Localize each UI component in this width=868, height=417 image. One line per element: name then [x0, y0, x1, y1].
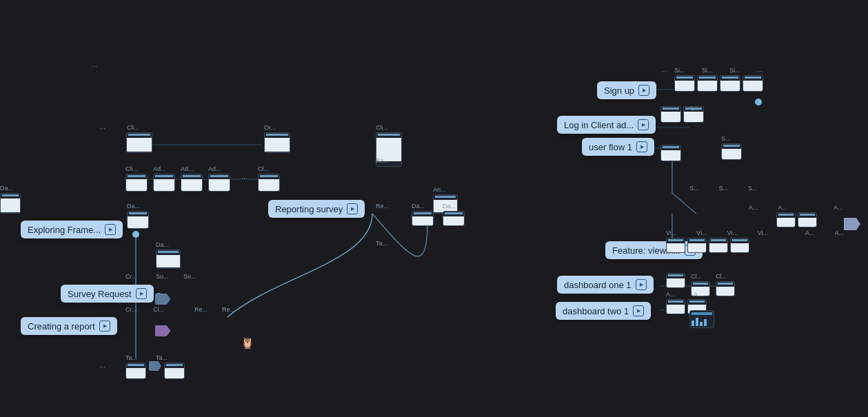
a-thumb-2[interactable] [798, 212, 817, 227]
s-row-1: S... [689, 185, 699, 192]
dashboard-one-play-icon [636, 279, 647, 290]
a-dash-1: A... [666, 291, 676, 298]
ad-3-thumb[interactable] [208, 174, 230, 192]
da-2-label: Da... [412, 203, 425, 210]
ad-2-label: Ad... [181, 165, 194, 172]
si-2-label: Si... [702, 67, 713, 74]
a-far-2: A... [835, 230, 845, 236]
si-4-thumb[interactable] [743, 75, 763, 92]
dashboard-one-text: dashboard one 1 [564, 280, 632, 290]
user-flow-label[interactable]: user flow 1 [582, 138, 654, 156]
da-4-thumb[interactable] [156, 250, 181, 269]
cr-1-label: Cr... [125, 273, 137, 280]
exploring-frame-text: Exploring Frame... [28, 225, 101, 235]
ad-1-thumb[interactable] [153, 174, 175, 192]
re-1-label: Re... [376, 157, 389, 164]
main-canvas: Sign up Log in Client ad... user flow 1 … [0, 0, 868, 417]
reporting-survey-text: Reporting survey [275, 204, 343, 214]
ellipsis-mid: ··· [241, 174, 248, 182]
login-thumb-1[interactable] [660, 106, 681, 123]
vi-thumb-2[interactable] [687, 238, 707, 253]
cl-5-thumb[interactable] [716, 281, 735, 296]
s-row-2: S... [719, 185, 729, 192]
vi-thumb-4[interactable] [730, 238, 749, 253]
cli-3-label: Cli... [125, 165, 138, 172]
or-1-label: Or... [264, 124, 276, 131]
da-top-label: Da... [0, 185, 13, 192]
cl-4-label: Cl... [691, 273, 702, 280]
cli-3-thumb[interactable] [125, 174, 148, 192]
reporting-survey-play-icon [347, 203, 358, 214]
su-2-label: Su... [183, 273, 196, 280]
da-top-thumb[interactable] [0, 193, 21, 214]
log-in-client-text: Log in Client ad... [564, 120, 634, 130]
ad-1-label: Ad... [153, 165, 166, 172]
vi-thumb-1[interactable] [666, 238, 685, 253]
a-dash-thumb-1[interactable] [666, 299, 685, 314]
a-far-1: A... [805, 230, 815, 236]
cl-5-label: Cl... [716, 273, 727, 280]
vi-thumb-3[interactable] [709, 238, 728, 253]
dashboard-two-text: dashboard two 1 [563, 306, 629, 316]
ellipsis-left: ··· [99, 124, 105, 132]
ad-2-thumb[interactable] [181, 174, 203, 192]
right-arrow-end [844, 218, 860, 230]
a-2-label: A... [778, 204, 788, 211]
survey-request-label[interactable]: Survey Request [61, 285, 154, 303]
vi-3-label: Vi... [727, 230, 738, 236]
s-1-thumb[interactable] [721, 143, 742, 160]
re-3-label: Re... [194, 306, 208, 313]
cr-2-label: Cr... [125, 306, 137, 313]
exploring-frame-label[interactable]: Exploring Frame... [21, 221, 123, 238]
sign-up-text: Sign up [604, 85, 634, 96]
dot-login [756, 99, 761, 105]
user-flow-text: user flow 1 [589, 142, 632, 152]
da-1-thumb[interactable] [127, 211, 149, 229]
ta-3-thumb[interactable] [164, 363, 185, 379]
creating-report-label[interactable]: Creating a report [21, 317, 117, 335]
ta-2-label: Ta... [125, 354, 137, 361]
an-1-label: An... [433, 186, 446, 193]
ad-3-label: Ad... [208, 165, 221, 172]
log-in-play-icon [638, 119, 649, 130]
dash-c-thumb-1[interactable] [666, 273, 685, 288]
re-2-label: Re... [376, 203, 389, 210]
si-2-thumb[interactable] [697, 75, 718, 92]
dashboard-two-play-icon [633, 305, 644, 316]
si-3-thumb[interactable] [720, 75, 740, 92]
ta-3-label: Ta... [156, 354, 168, 361]
log-in-client-label[interactable]: Log in Client ad... [557, 116, 656, 134]
dash-data-thumb[interactable] [689, 310, 714, 328]
dashboard-two-label[interactable]: dashboard two 1 [556, 302, 651, 320]
si-1-label: Si... [674, 67, 685, 74]
ta-2-thumb[interactable] [125, 363, 146, 379]
character-icon: 🦉 [241, 336, 254, 349]
sign-up-label[interactable]: Sign up [597, 81, 656, 99]
cl-2-label: Cl... [258, 165, 269, 172]
survey-request-text: Survey Request [68, 289, 132, 299]
a-3-label: A... [834, 204, 843, 211]
arrow-node-6 [155, 325, 170, 336]
cli-1-thumb[interactable] [126, 132, 152, 153]
reporting-survey-label[interactable]: Reporting survey [268, 200, 365, 218]
si-3-label: Si... [729, 67, 740, 74]
uf-thumb-1[interactable] [660, 145, 681, 161]
si-1-thumb[interactable] [674, 75, 695, 92]
a-thumb-1[interactable] [776, 212, 796, 227]
sign-up-play-icon [638, 85, 649, 96]
survey-request-play-icon [136, 288, 147, 299]
arrow-node-3 [155, 294, 170, 305]
su-1-label: Su... [156, 273, 169, 280]
vi-1-label: Vi... [666, 230, 676, 236]
da-2-thumb[interactable] [412, 211, 434, 226]
exploring-frame-play-icon [105, 224, 116, 235]
ellipsis-bottom-left: ··· [99, 363, 105, 371]
da-3-thumb[interactable] [443, 211, 465, 226]
user-flow-play-icon [636, 141, 647, 152]
cl-2-thumb[interactable] [258, 174, 280, 192]
da-3-label: Da... [443, 203, 456, 210]
or-1-thumb[interactable] [264, 132, 290, 153]
dashboard-one-label[interactable]: dashboard one 1 [557, 276, 654, 294]
creating-report-text: Creating a report [28, 321, 95, 332]
s-row-3: S... [748, 185, 758, 192]
